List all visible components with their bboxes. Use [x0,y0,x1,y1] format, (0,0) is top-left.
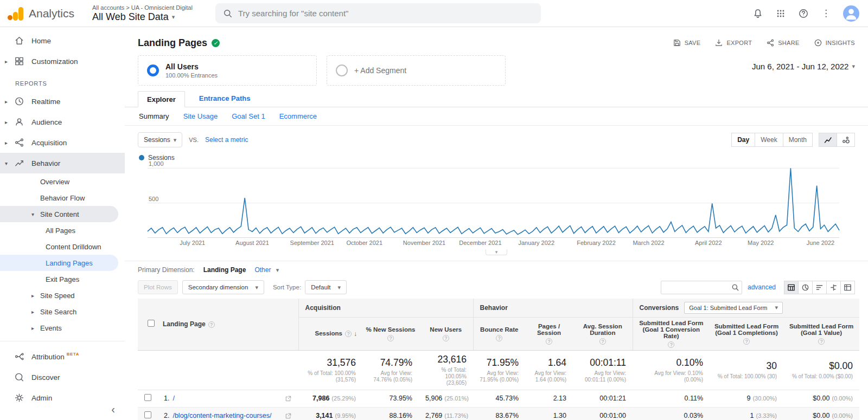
share-button[interactable]: SHARE [766,38,799,47]
advanced-filter-link[interactable]: advanced [748,283,776,291]
tab-explorer[interactable]: Explorer [138,91,185,107]
insights-button[interactable]: INSIGHTS [814,38,855,47]
plot-rows-button[interactable]: Plot Rows [138,280,178,294]
sidebar-item-behavior-flow[interactable]: Behavior Flow [0,190,118,206]
landing-page-link[interactable]: /blog/content-marketing-courses/ [173,412,271,419]
granularity-week-button[interactable]: Week [755,133,783,147]
row-checkbox[interactable] [144,394,151,401]
sidebar-item-acquisition[interactable]: ▸ Acquisition [0,132,125,153]
sidebar-item-home[interactable]: Home [0,30,125,51]
open-page-icon[interactable] [285,412,292,419]
sidebar-item-all-pages[interactable]: All Pages [0,222,118,238]
user-avatar[interactable] [843,5,859,22]
column-header-pages-session[interactable]: Pages / Session? [525,317,573,350]
main-content: Landing Pages ✓ SAVE EXPORT SHARE INSIGH… [125,27,868,420]
sidebar-item-overview[interactable]: Overview [0,173,118,190]
granularity-month-button[interactable]: Month [783,133,813,147]
save-button[interactable]: SAVE [673,38,701,47]
pivot-view-icon [844,283,852,292]
sort-type-button[interactable]: Default ▾ [305,280,347,294]
data-view-button[interactable] [784,281,799,294]
help-icon[interactable]: ? [818,338,825,345]
global-search[interactable] [215,3,541,23]
sidebar-collapse-icon[interactable]: ‹ [111,403,115,416]
totals-sessions: 31,576% of Total: 100.00% (31,576) [298,350,362,390]
performance-view-button[interactable] [812,281,827,294]
help-icon[interactable]: ? [496,335,502,341]
sidebar-item-realtime[interactable]: ▸ Realtime [0,91,125,112]
help-icon[interactable]: ? [668,341,674,348]
sidebar-item-site-speed[interactable]: ▸ Site Speed [0,287,118,303]
help-icon[interactable]: ? [743,338,750,345]
sidebar-item-customization[interactable]: ▸ Customization [0,51,125,72]
percentage-view-button[interactable] [798,281,813,294]
sidebar-item-discover[interactable]: Discover [0,367,125,387]
column-header-new-sessions[interactable]: % New Sessions? [362,317,419,350]
add-segment-button[interactable]: + Add Segment [327,55,506,86]
sidebar-item-site-content[interactable]: ▾ Site Content [0,206,118,222]
date-range-selector[interactable]: Jun 6, 2021 - Jun 12, 2022 ▾ [752,62,855,71]
export-button[interactable]: EXPORT [714,38,752,47]
report-table: Landing Page? Acquisition Behavior Conve… [138,299,859,420]
select-all-checkbox[interactable] [148,320,155,327]
chart-collapse-button[interactable]: ▾ [486,249,507,255]
subtab-summary[interactable]: Summary [139,112,169,120]
analytics-logo[interactable] [8,7,24,21]
table-search-icon[interactable] [731,283,739,292]
help-icon[interactable]: ? [546,338,552,345]
landing-page-link[interactable]: / [173,395,174,402]
select-all-cell [138,299,157,350]
column-header-new-users[interactable]: New Users? [419,317,473,350]
sidebar-item-behavior[interactable]: ▾ Behavior [0,153,125,173]
subtab-site-usage[interactable]: Site Usage [183,112,218,120]
select-metric-link[interactable]: Select a metric [205,136,248,144]
sidebar-item-landing-pages[interactable]: Landing Pages [0,255,118,271]
chevron-down-icon: ▾ [852,63,855,69]
help-icon[interactable]: ? [443,335,449,341]
pivot-view-button[interactable] [840,281,855,294]
column-header-goal-completions[interactable]: Submitted Lead Form (Goal 1 Completions)… [710,317,783,350]
comparison-view-button[interactable] [826,281,841,294]
search-input[interactable] [238,9,533,18]
more-vert-icon[interactable]: ⋮ [821,8,831,19]
line-chart-button[interactable] [819,133,837,147]
motion-chart-button[interactable] [837,133,855,147]
help-icon[interactable]: ? [387,335,394,341]
sidebar-item-admin[interactable]: Admin [0,387,125,408]
sort-desc-icon[interactable]: ↓ [354,330,357,338]
column-header-goal-value[interactable]: Submitted Lead Form (Goal 1 Value)? [783,317,859,350]
help-icon[interactable] [798,8,809,19]
help-icon[interactable]: ? [208,321,215,328]
segment-all-users[interactable]: All Users 100.00% Entrances [138,55,317,86]
metric-dropdown[interactable]: Sessions ▾ [138,132,182,147]
subtab-ecommerce[interactable]: Ecommerce [279,112,317,120]
subtab-goal-set-1[interactable]: Goal Set 1 [232,112,265,120]
sidebar-item-exit-pages[interactable]: Exit Pages [0,271,118,287]
sidebar-item-content-drilldown[interactable]: Content Drilldown [0,238,118,255]
dimension-other[interactable]: Other [254,266,271,274]
column-header-bounce-rate[interactable]: Bounce Rate? [473,317,525,350]
sidebar-item-audience[interactable]: ▸ Audience [0,112,125,132]
sidebar-item-attribution[interactable]: Attribution BETA [0,346,125,367]
column-header-sessions[interactable]: Sessions?↓ [298,317,362,350]
table-search-input[interactable] [661,281,742,294]
secondary-dimension-button[interactable]: Secondary dimension ▾ [182,280,264,294]
apps-grid-icon[interactable] [776,9,786,18]
granularity-day-button[interactable]: Day [731,133,755,147]
help-icon[interactable]: ? [345,331,352,337]
sidebar-item-site-search[interactable]: ▸ Site Search [0,303,118,320]
sidebar-item-events[interactable]: ▸ Events [0,320,118,336]
notifications-bell-icon[interactable] [752,8,763,19]
row-checkbox[interactable] [144,411,151,418]
account-property-selector[interactable]: All accounts > UA - Omniscient Digital A… [92,4,193,23]
help-icon[interactable]: ? [599,338,606,345]
column-header-goal-conv-rate[interactable]: Submitted Lead Form (Goal 1 Conversion R… [633,317,710,350]
column-header-avg-duration[interactable]: Avg. Session Duration? [573,317,633,350]
dimension-landing-page[interactable]: Landing Page [203,266,246,274]
open-page-icon[interactable] [285,395,292,402]
totals-goal-completions: 30% of Total: 100.00% (30) [710,350,783,390]
column-header-landing-page[interactable]: Landing Page? [157,299,298,350]
goal-selector[interactable]: Goal 1: Submitted Lead Form ▾ [684,302,783,314]
save-label: SAVE [685,40,701,46]
tab-entrance-paths[interactable]: Entrance Paths [199,94,251,102]
